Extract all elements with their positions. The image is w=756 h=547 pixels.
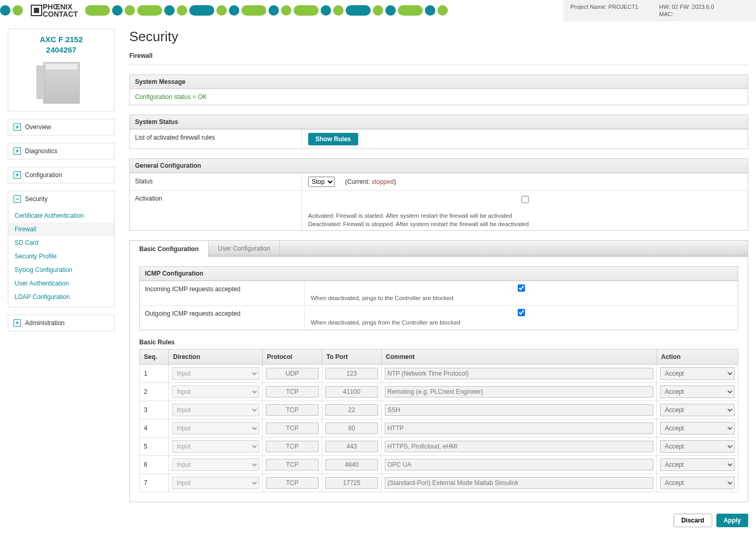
comment-field[interactable]	[385, 422, 653, 434]
general-config-panel: General Configuration Status Stop (Curre…	[129, 158, 748, 231]
table-row: 6InputAccept	[140, 456, 738, 474]
protocol-field[interactable]	[266, 368, 319, 379]
action-select[interactable]: Accept	[660, 367, 735, 380]
system-status-label: List of activated firewall rules	[130, 130, 302, 148]
table-row: 1InputAccept	[140, 365, 738, 383]
activation-note2: Deactivated: Firewall is stopped. After …	[308, 221, 741, 227]
comment-field[interactable]	[385, 386, 653, 397]
icmp-incoming-checkbox[interactable]	[518, 284, 525, 292]
sidebar-item-user-auth[interactable]: User Authentication	[8, 277, 114, 290]
action-select[interactable]: Accept	[660, 404, 735, 416]
tab-pane-basic: ICMP Configuration Incoming ICMP request…	[129, 256, 748, 502]
port-field[interactable]	[325, 477, 378, 489]
icmp-outgoing-label: Outgoing ICMP requests accepted	[140, 306, 304, 330]
device-box: AXC F 2152 2404267	[8, 29, 115, 111]
plus-icon: +	[14, 147, 21, 155]
apply-button[interactable]: Apply	[716, 514, 748, 527]
table-row: 7InputAccept	[140, 474, 738, 492]
comment-field[interactable]	[385, 368, 653, 379]
col-seq: Seq.	[140, 350, 169, 365]
table-row: 4InputAccept	[140, 419, 738, 438]
sidebar-item-cert-auth[interactable]: Certificate Authentication	[8, 209, 114, 222]
comment-field[interactable]	[385, 404, 653, 416]
table-row: 3InputAccept	[140, 401, 738, 419]
action-select[interactable]: Accept	[660, 386, 735, 398]
page-subtitle: Firewall	[129, 52, 748, 59]
seq-cell: 2	[143, 388, 148, 395]
decorative-dots: PHŒNIXCONTACT	[0, 0, 448, 21]
plus-icon: +	[14, 319, 21, 327]
icmp-outgoing-checkbox[interactable]	[518, 309, 525, 316]
sidebar-item-ldap[interactable]: LDAP Configuration	[8, 290, 114, 304]
config-tabs: Basic Configuration User Configuration	[129, 240, 748, 256]
protocol-field[interactable]	[266, 459, 319, 470]
icmp-outgoing-note: When deactivated, pings from the Control…	[311, 319, 731, 326]
comment-field[interactable]	[385, 441, 653, 452]
port-field[interactable]	[325, 386, 378, 397]
seq-cell: 4	[143, 425, 148, 432]
col-comment: Comment	[382, 350, 657, 365]
comment-field[interactable]	[385, 459, 653, 470]
nav-overview[interactable]: + Overview	[8, 119, 114, 135]
col-direction: Direction	[169, 350, 263, 365]
port-field[interactable]	[325, 422, 378, 434]
icmp-incoming-note: When deactivated, pings to the Controlle…	[311, 295, 731, 301]
show-rules-button[interactable]: Show Rules	[308, 133, 358, 145]
mac-label: MAC:	[659, 11, 714, 17]
nav-administration[interactable]: + Administration	[8, 315, 114, 331]
project-info: Project Name: PROJECT1 HW: 02 FW: 2023.6…	[563, 0, 756, 21]
nav-security[interactable]: − Security	[8, 191, 114, 207]
page-title: Security	[129, 29, 748, 45]
direction-select[interactable]: Input	[172, 477, 259, 489]
basic-rules-table: Seq. Direction Protocol To Port Comment …	[139, 349, 738, 492]
system-message-panel: System Message Configuration status = OK	[129, 74, 748, 105]
direction-select[interactable]: Input	[172, 386, 259, 398]
sidebar-item-security-profile[interactable]: Security Profile	[8, 250, 114, 263]
nav-configuration[interactable]: + Configuration	[8, 167, 114, 183]
nav-diagnostics[interactable]: + Diagnostics	[8, 143, 114, 159]
general-config-header: General Configuration	[130, 159, 748, 173]
port-field[interactable]	[325, 368, 378, 379]
tab-basic-config[interactable]: Basic Configuration	[130, 241, 209, 257]
direction-select[interactable]: Input	[172, 458, 259, 471]
sidebar-item-firewall[interactable]: Firewall	[8, 222, 114, 236]
seq-cell: 5	[143, 443, 148, 450]
direction-select[interactable]: Input	[172, 367, 259, 380]
direction-select[interactable]: Input	[172, 440, 259, 453]
col-toport: To Port	[322, 350, 382, 365]
protocol-field[interactable]	[266, 422, 319, 434]
plus-icon: +	[14, 123, 21, 131]
port-field[interactable]	[325, 459, 378, 470]
activation-note1: Activated: Firewall is started. After sy…	[308, 213, 741, 219]
action-select[interactable]: Accept	[660, 440, 735, 453]
top-bar: PHŒNIXCONTACT Project Name: PROJECT1 HW:…	[0, 0, 756, 21]
system-message-header: System Message	[130, 75, 748, 89]
port-field[interactable]	[325, 404, 378, 416]
system-status-panel: System Status List of activated firewall…	[129, 115, 748, 149]
direction-select[interactable]: Input	[172, 404, 259, 416]
col-action: Action	[657, 350, 738, 365]
action-select[interactable]: Accept	[660, 458, 735, 471]
activation-checkbox[interactable]	[521, 196, 529, 203]
protocol-field[interactable]	[266, 441, 319, 452]
port-field[interactable]	[325, 441, 378, 452]
tab-user-config[interactable]: User Configuration	[209, 241, 280, 256]
divider	[129, 65, 748, 65]
protocol-field[interactable]	[266, 404, 319, 416]
protocol-field[interactable]	[266, 386, 319, 397]
device-line2: 2404267	[13, 45, 110, 55]
protocol-field[interactable]	[266, 477, 319, 489]
project-label: Project Name:	[570, 4, 607, 10]
project-name: PROJECT1	[608, 4, 638, 10]
discard-button[interactable]: Discard	[674, 514, 712, 527]
table-row: 5InputAccept	[140, 438, 738, 456]
system-status-header: System Status	[130, 115, 748, 129]
sidebar-item-sd-card[interactable]: SD Card	[8, 236, 114, 250]
comment-field[interactable]	[385, 477, 653, 489]
direction-select[interactable]: Input	[172, 422, 259, 434]
status-select[interactable]: Stop	[308, 177, 335, 187]
action-select[interactable]: Accept	[660, 477, 735, 489]
action-select[interactable]: Accept	[660, 422, 735, 434]
sidebar-item-syslog[interactable]: Syslog Configuration	[8, 263, 114, 277]
status-label: Status	[130, 173, 302, 190]
